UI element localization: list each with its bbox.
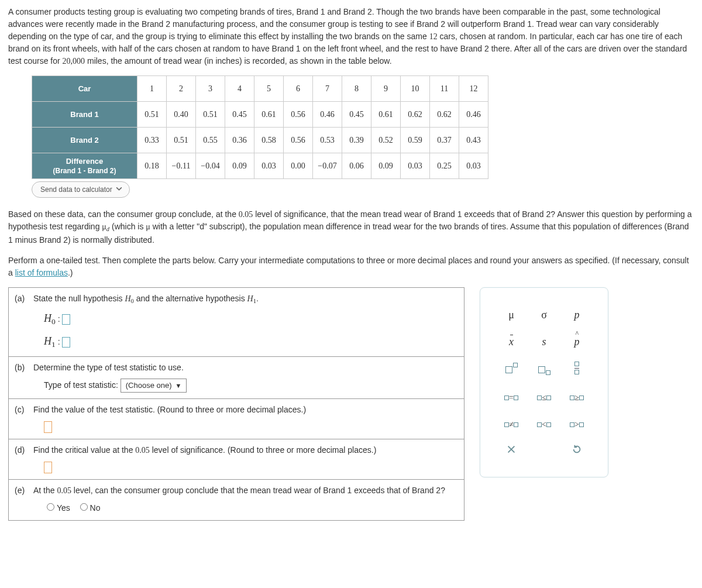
cell: 0.53 <box>313 128 342 153</box>
h1-input[interactable] <box>62 337 70 348</box>
row-header-brand2: Brand 2 <box>32 128 137 153</box>
symbol-gt[interactable]: > <box>565 416 589 434</box>
cell: 0.39 <box>342 128 371 153</box>
diff-head-line2: (Brand 1 - Brand 2) <box>53 167 116 175</box>
col-head: 2 <box>167 76 196 102</box>
symbol-lt[interactable]: < <box>532 416 556 434</box>
send-data-button[interactable]: Send data to calculator <box>32 181 130 198</box>
row-header-diff: Difference (Brand 1 - Brand 2) <box>32 153 137 179</box>
col-head: 5 <box>254 76 284 102</box>
cell: 0.46 <box>313 102 342 128</box>
col-head: 9 <box>371 76 401 102</box>
symbol-palette: μ σ p x s p = ≤ ≥ ≠ < > <box>480 287 608 477</box>
radio-no-input[interactable] <box>80 503 88 511</box>
cell: 0.62 <box>430 102 459 128</box>
cell: 0.03 <box>254 153 284 179</box>
type-label: Type of test statistic: <box>44 380 118 390</box>
cell: 0.51 <box>196 102 225 128</box>
mid-text: Based on these data, can the consumer gr… <box>8 209 239 219</box>
symbol-s[interactable]: s <box>532 333 556 351</box>
num-cars: 12 <box>429 32 438 41</box>
q-text: State the null hypothesis H0 and the alt… <box>33 293 259 306</box>
cell: 0.43 <box>459 128 488 153</box>
symbol-neq[interactable]: ≠ <box>499 416 524 434</box>
cell: 0.40 <box>167 102 196 128</box>
cell: 0.62 <box>401 102 430 128</box>
radio-no[interactable]: No <box>77 503 101 513</box>
cell: 0.03 <box>401 153 430 179</box>
col-head: 7 <box>313 76 342 102</box>
cell: 0.45 <box>225 102 254 128</box>
cell: −0.07 <box>313 153 342 179</box>
mu-d: μd <box>102 222 109 231</box>
symbol-mu[interactable]: μ <box>499 307 524 324</box>
question-d: (d) Find the critical value at the 0.05 … <box>9 439 464 479</box>
diff-head-line1: Difference <box>66 157 104 166</box>
q-letter: (c) <box>15 404 29 416</box>
select-placeholder: (Choose one) <box>126 380 172 391</box>
q-letter: (a) <box>15 293 29 306</box>
chevron-down-icon: ▼ <box>176 381 182 391</box>
cell: 0.18 <box>137 153 167 179</box>
data-table: Car 1 2 3 4 5 6 7 8 9 10 11 12 Brand 1 0… <box>32 75 488 179</box>
q-letter: (b) <box>15 362 29 374</box>
cell: 0.06 <box>342 153 371 179</box>
mu: μ <box>146 222 150 231</box>
symbol-geq[interactable]: ≥ <box>565 389 589 407</box>
cell: 0.36 <box>225 128 254 153</box>
send-data-label: Send data to calculator <box>40 184 112 195</box>
clear-button[interactable] <box>499 443 524 460</box>
mid-text: (which is <box>109 222 146 231</box>
col-head: 8 <box>342 76 371 102</box>
col-head: 10 <box>401 76 430 102</box>
col-head: 12 <box>459 76 488 102</box>
symbol-exponent[interactable] <box>499 360 524 380</box>
symbol-sigma[interactable]: σ <box>532 307 556 324</box>
cell: 0.61 <box>254 102 284 128</box>
radio-yes-input[interactable] <box>47 503 54 511</box>
symbol-xbar[interactable]: x <box>499 333 524 351</box>
q-letter: (d) <box>15 444 29 456</box>
col-head: 3 <box>196 76 225 102</box>
cell: 0.33 <box>137 128 167 153</box>
cell: 0.56 <box>284 102 313 128</box>
cell: 0.09 <box>371 153 401 179</box>
symbol-leq[interactable]: ≤ <box>532 389 556 407</box>
radio-yes[interactable]: Yes <box>44 503 70 513</box>
cell: 0.61 <box>371 102 401 128</box>
table-row: Car 1 2 3 4 5 6 7 8 9 10 11 12 <box>32 76 488 102</box>
formulas-link[interactable]: list of formulas <box>15 268 68 277</box>
symbol-equals[interactable]: = <box>499 389 524 407</box>
q-letter: (e) <box>15 484 29 497</box>
cell: 0.59 <box>401 128 430 153</box>
cell: 0.45 <box>342 102 371 128</box>
symbol-subscript[interactable] <box>532 360 556 380</box>
test-stat-input[interactable] <box>44 421 52 433</box>
col-head: 6 <box>284 76 313 102</box>
q-text: Determine the type of test statistic to … <box>33 362 184 374</box>
cell: 0.55 <box>196 128 225 153</box>
test-statistic-select[interactable]: (Choose one) ▼ <box>121 379 187 393</box>
h0-input[interactable] <box>62 314 70 325</box>
cell: 0.51 <box>167 128 196 153</box>
symbol-p[interactable]: p <box>565 307 589 324</box>
col-head: 11 <box>430 76 459 102</box>
row-header-brand1: Brand 1 <box>32 102 137 128</box>
reset-button[interactable] <box>565 443 589 460</box>
row-header-car: Car <box>32 76 137 102</box>
chevron-down-icon <box>116 184 122 195</box>
question-c: (c) Find the value of the test statistic… <box>9 398 464 439</box>
cell: −0.04 <box>196 153 225 179</box>
cell: −0.11 <box>167 153 196 179</box>
symbol-fraction[interactable] <box>565 360 589 380</box>
critical-value-input[interactable] <box>44 462 52 473</box>
symbol-phat[interactable]: p <box>565 333 589 351</box>
cell: 0.46 <box>459 102 488 128</box>
col-head: 4 <box>225 76 254 102</box>
cell: 0.56 <box>284 128 313 153</box>
col-head: 1 <box>137 76 167 102</box>
q-text: Find the critical value at the 0.05 leve… <box>33 444 376 456</box>
intro-text-3: miles, the amount of tread wear (in inch… <box>85 56 392 66</box>
q-text: At the 0.05 level, can the consumer grou… <box>33 484 445 497</box>
problem-intro: A consumer products testing group is eva… <box>8 6 694 67</box>
